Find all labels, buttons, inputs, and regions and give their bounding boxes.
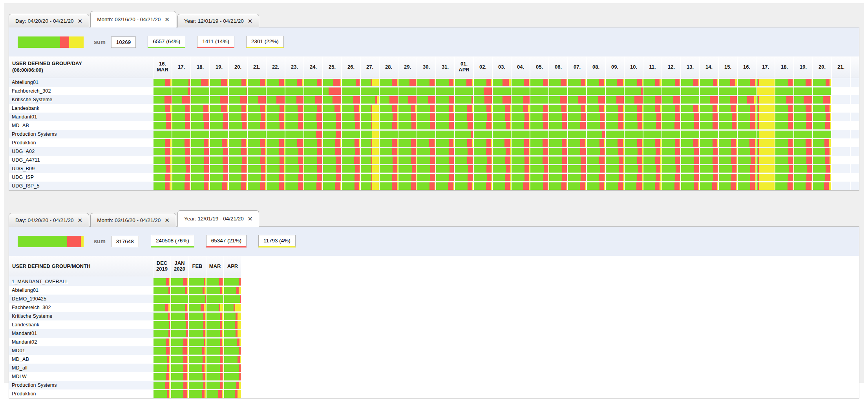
heatmap-cell[interactable] [474,104,493,113]
heatmap-cell[interactable] [738,147,757,156]
heatmap-cell[interactable] [171,364,189,372]
heatmap-cell[interactable] [285,130,304,138]
heatmap-cell[interactable] [681,95,700,104]
heatmap-cell[interactable] [380,156,398,164]
heatmap-cell[interactable] [681,78,700,87]
heatmap-cell[interactable] [304,78,323,87]
heatmap-cell[interactable] [738,173,757,182]
heatmap-cell[interactable] [625,87,643,95]
heatmap-cell[interactable] [662,104,681,113]
heatmap-cell[interactable] [681,104,700,113]
heatmap-cell[interactable] [587,87,606,95]
heatmap-cell[interactable] [171,295,189,303]
heatmap-cell[interactable] [224,303,242,312]
heatmap-cell[interactable] [285,156,304,164]
heatmap-cell[interactable] [380,164,398,173]
heatmap-cell[interactable] [455,121,474,130]
heatmap-cell[interactable] [643,78,662,87]
heatmap-cell[interactable] [323,147,342,156]
heatmap-cell[interactable] [172,78,191,87]
heatmap-cell[interactable] [757,121,775,130]
heatmap-cell[interactable] [206,277,224,286]
heatmap-cell[interactable] [191,138,210,147]
tab-month[interactable]: Month: 03/16/20 - 04/21/20 ✕ [90,213,176,227]
heatmap-cell[interactable] [248,182,267,190]
heatmap-cell[interactable] [398,156,417,164]
heatmap-cell[interactable] [530,138,549,147]
heatmap-cell[interactable] [775,95,794,104]
heatmap-cell[interactable] [757,182,775,190]
heatmap-cell[interactable] [361,138,380,147]
heatmap-cell[interactable] [267,95,285,104]
heatmap-cell[interactable] [606,95,625,104]
heatmap-cell[interactable] [229,147,248,156]
heatmap-cell[interactable] [512,87,530,95]
heatmap-cell[interactable] [643,147,662,156]
heatmap-cell[interactable] [738,78,757,87]
heatmap-cell[interactable] [153,164,172,173]
heatmap-cell[interactable] [794,173,813,182]
heatmap-cell[interactable] [738,164,757,173]
heatmap-cell[interactable] [210,173,229,182]
heatmap-cell[interactable] [436,87,455,95]
heatmap-cell[interactable] [681,164,700,173]
heatmap-cell[interactable] [380,138,398,147]
heatmap-cell[interactable] [530,95,549,104]
heatmap-cell[interactable] [775,130,794,138]
heatmap-cell[interactable] [380,87,398,95]
heatmap-cell[interactable] [512,113,530,121]
heatmap-cell[interactable] [700,130,719,138]
heatmap-cell[interactable] [285,164,304,173]
heatmap-cell[interactable] [606,121,625,130]
heatmap-cell[interactable] [361,147,380,156]
heatmap-cell[interactable] [206,381,224,389]
heatmap-cell[interactable] [248,138,267,147]
heatmap-cell[interactable] [153,389,171,398]
heatmap-cell[interactable] [681,138,700,147]
heatmap-cell[interactable] [398,182,417,190]
heatmap-cell[interactable] [267,104,285,113]
heatmap-cell[interactable] [530,78,549,87]
heatmap-cell[interactable] [342,138,361,147]
heatmap-cell[interactable] [342,104,361,113]
heatmap-cell[interactable] [436,173,455,182]
heatmap-cell[interactable] [719,87,738,95]
heatmap-cell[interactable] [171,372,189,381]
heatmap-cell[interactable] [248,156,267,164]
heatmap-cell[interactable] [189,329,206,338]
heatmap-cell[interactable] [191,95,210,104]
heatmap-cell[interactable] [587,95,606,104]
heatmap-cell[interactable] [153,364,171,372]
heatmap-cell[interactable] [700,147,719,156]
heatmap-cell[interactable] [323,87,342,95]
heatmap-cell[interactable] [206,389,224,398]
heatmap-cell[interactable] [248,173,267,182]
heatmap-cell[interactable] [267,78,285,87]
heatmap-cell[interactable] [606,113,625,121]
heatmap-cell[interactable] [206,329,224,338]
heatmap-cell[interactable] [549,113,568,121]
heatmap-cell[interactable] [229,78,248,87]
heatmap-cell[interactable] [794,164,813,173]
tab-year[interactable]: Year: 12/01/19 - 04/21/20 ✕ [177,210,259,227]
heatmap-cell[interactable] [361,164,380,173]
heatmap-cell[interactable] [794,147,813,156]
heatmap-cell[interactable] [757,95,775,104]
heatmap-cell[interactable] [681,87,700,95]
heatmap-cell[interactable] [417,173,436,182]
heatmap-cell[interactable] [530,104,549,113]
heatmap-cell[interactable] [153,312,171,320]
heatmap-cell[interactable] [549,164,568,173]
heatmap-cell[interactable] [700,182,719,190]
heatmap-cell[interactable] [172,87,191,95]
heatmap-cell[interactable] [153,338,171,346]
heatmap-cell[interactable] [643,104,662,113]
heatmap-cell[interactable] [229,130,248,138]
heatmap-cell[interactable] [493,156,512,164]
heatmap-cell[interactable] [248,164,267,173]
heatmap-cell[interactable] [398,121,417,130]
heatmap-cell[interactable] [700,173,719,182]
heatmap-cell[interactable] [206,303,224,312]
heatmap-cell[interactable] [210,113,229,121]
heatmap-cell[interactable] [606,130,625,138]
